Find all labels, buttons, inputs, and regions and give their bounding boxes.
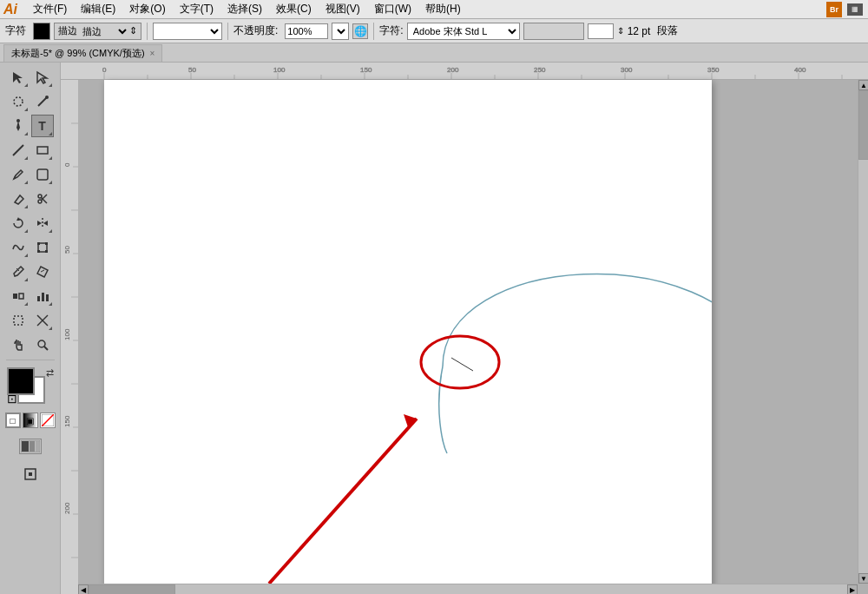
screen-mode-btn[interactable] (19, 439, 42, 454)
rectangle-tool[interactable] (31, 139, 54, 162)
artboard-tool[interactable] (7, 309, 30, 332)
tool-row-line (7, 139, 54, 162)
svg-text:50: 50 (188, 66, 196, 74)
bridge-icon[interactable]: Br (826, 2, 842, 17)
svg-text:150: 150 (360, 66, 372, 74)
svg-line-86 (451, 358, 473, 371)
divider1 (147, 23, 148, 40)
menu-object[interactable]: 对象(O) (122, 0, 172, 18)
svg-text:350: 350 (707, 66, 720, 74)
eyedropper-tool[interactable] (7, 261, 30, 283)
opacity-input[interactable] (285, 23, 328, 39)
svg-rect-23 (37, 296, 40, 301)
tool-separator (6, 360, 55, 360)
web-icon[interactable]: 🌐 (352, 23, 368, 39)
rotate-tool[interactable] (7, 212, 30, 234)
panel-icon[interactable]: ▦ (847, 3, 863, 16)
pen-tool[interactable] (7, 115, 30, 137)
pencil-tool[interactable] (7, 163, 30, 186)
svg-rect-26 (14, 316, 23, 325)
menu-bar: Ai 文件(F) 编辑(E) 对象(O) 文字(T) 选择(S) 效果(C) 视… (0, 0, 868, 19)
svg-text:400: 400 (794, 66, 806, 74)
canvas-paper (104, 80, 712, 592)
svg-line-30 (44, 346, 48, 350)
tool-row-graph (7, 285, 54, 307)
menu-window[interactable]: 窗口(W) (367, 0, 418, 18)
gradient-mode-btn[interactable]: ▣ (23, 412, 38, 428)
line-tool[interactable] (7, 139, 30, 162)
svg-text:100: 100 (63, 328, 71, 340)
svg-rect-36 (36, 441, 39, 452)
menu-text[interactable]: 文字(T) (173, 0, 220, 18)
magic-wand-tool[interactable] (31, 90, 54, 113)
direct-select-tool[interactable] (31, 66, 54, 89)
measure-tool[interactable] (31, 261, 54, 283)
ruler-left: 0 50 100 150 200 (61, 80, 78, 594)
graph-tool[interactable] (31, 285, 54, 307)
tab-close-btn[interactable]: × (150, 49, 155, 58)
tool-row-brush (7, 163, 54, 186)
svg-text:300: 300 (621, 66, 633, 74)
reset-colors-icon[interactable]: ⊡ (7, 392, 17, 406)
color-boxes: ⇄ ⊡ (7, 367, 54, 406)
fg-color-swatch[interactable] (33, 23, 50, 40)
app-logo: Ai (3, 2, 17, 17)
paragraph-label: 段落 (657, 23, 678, 38)
blend-tool[interactable] (7, 285, 30, 307)
svg-text:250: 250 (534, 66, 546, 74)
svg-rect-38 (29, 472, 32, 476)
stroke-arrows: ⇕ (129, 25, 137, 36)
stroke-dropdown[interactable]: 描边 (77, 23, 129, 40)
svg-point-2 (45, 96, 49, 99)
v-scrollbar[interactable]: ▲ ▼ (858, 80, 868, 584)
menu-view[interactable]: 视图(V) (319, 0, 367, 18)
svg-point-3 (16, 119, 20, 122)
tool-row-rotate (7, 212, 54, 234)
menu-help[interactable]: 帮助(H) (418, 0, 468, 18)
ruler-top: 0 50 100 150 200 250 300 350 400 (61, 63, 868, 80)
document-tab[interactable]: 未标题-5* @ 99% (CMYK/预选) × (3, 44, 162, 62)
screen-mode-row (19, 435, 42, 454)
color-mode-btns: □ ▣ (5, 412, 56, 428)
menu-file[interactable]: 文件(F) (26, 0, 74, 18)
menu-edit[interactable]: 编辑(E) (74, 0, 122, 18)
svg-line-20 (41, 270, 44, 272)
blob-brush-tool[interactable] (31, 163, 54, 186)
transform-tool-bottom[interactable] (19, 463, 42, 485)
normal-mode-btn[interactable]: □ (5, 412, 21, 428)
font-style-btn[interactable] (523, 23, 584, 40)
menu-select[interactable]: 选择(S) (220, 0, 269, 18)
slice-tool[interactable] (31, 309, 54, 332)
tool-row-artboard (7, 309, 54, 332)
opacity-dropdown[interactable]: ▼ (332, 23, 349, 40)
svg-point-0 (14, 97, 23, 106)
reflect-tool[interactable] (31, 212, 54, 234)
hand-tool[interactable] (7, 333, 30, 356)
warp-tool[interactable] (7, 236, 30, 259)
font-size-input[interactable] (588, 23, 614, 39)
font-style-select[interactable] (153, 23, 222, 40)
svg-rect-35 (30, 441, 35, 452)
swap-colors-icon[interactable]: ⇄ (46, 367, 54, 379)
h-scrollbar[interactable]: ◀ ▶ (78, 584, 858, 594)
tool-row-1 (7, 66, 54, 89)
zoom-tool[interactable] (31, 333, 54, 356)
tool-row-nav (7, 333, 54, 356)
font-name-select[interactable]: Adobe 宋体 Std L (407, 23, 520, 40)
scissors-tool[interactable] (31, 188, 54, 210)
svg-text:100: 100 (273, 66, 286, 74)
type-tool[interactable]: T (31, 115, 54, 137)
none-mode-btn[interactable] (40, 412, 56, 428)
stroke-selector[interactable]: 描边 描边 ⇕ (54, 23, 141, 40)
lasso-tool[interactable] (7, 90, 30, 113)
select-tool[interactable] (7, 66, 30, 89)
eraser-tool[interactable] (7, 188, 30, 210)
svg-rect-25 (46, 294, 49, 301)
free-transform-tool[interactable] (31, 236, 54, 259)
svg-rect-7 (37, 169, 48, 180)
stroke-label: 描边 (58, 24, 77, 37)
svg-rect-18 (45, 250, 48, 253)
options-bar: 字符 描边 描边 ⇕ 不透明度: ▼ 🌐 字符: Adobe 宋体 Std L … (0, 19, 868, 43)
svg-rect-5 (37, 147, 48, 154)
menu-effect[interactable]: 效果(C) (269, 0, 319, 18)
